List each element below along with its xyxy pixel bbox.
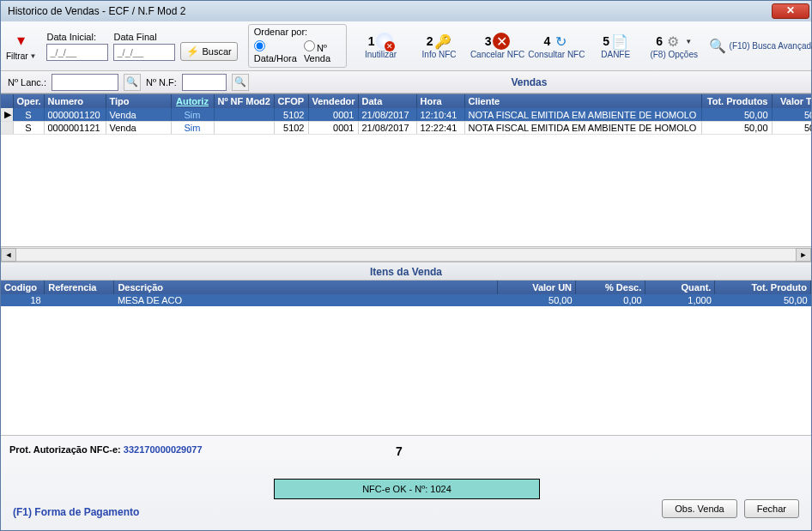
cell-cfop: 5102	[274, 122, 308, 135]
cell-totprod: 50,00	[701, 108, 772, 122]
vendas-title: Vendas	[254, 76, 804, 88]
cell-tipo: Venda	[106, 122, 171, 135]
cell-totprod: 50,00	[701, 122, 772, 135]
nnf-label: Nº N.F:	[146, 77, 177, 87]
fechar-button[interactable]: Fechar	[744, 499, 799, 518]
col-vendedor[interactable]: Vendedor	[308, 94, 358, 108]
dropdown-icon: ▼	[30, 52, 37, 60]
col-nfmod2[interactable]: Nº NF Mod2	[214, 94, 274, 108]
nlanc-label: Nº Lanc.:	[8, 77, 46, 87]
cell-numero: 0000001121	[44, 122, 106, 135]
ordenar-por-group: Ordenar por: Data/Hora Nº Venda	[248, 24, 347, 68]
scroll-right-icon[interactable]: ►	[796, 248, 811, 262]
danfe-label: DANFE	[601, 50, 630, 59]
gear-icon: ⚙	[664, 33, 682, 50]
icol-desc[interactable]: Descrição	[114, 281, 497, 294]
cell-hora: 12:10:41	[416, 108, 464, 122]
col-oper[interactable]: Oper.	[13, 94, 44, 108]
cell-valorun: 50,00	[497, 294, 575, 306]
prot-value: 332170000029077	[124, 444, 203, 455]
cell-nfmod2	[214, 122, 274, 135]
col-numero[interactable]: Numero	[44, 94, 106, 108]
sales-header-row: Oper. Numero Tipo Autoriz Nº NF Mod2 CFO…	[1, 94, 811, 108]
opt-datahora[interactable]: Data/Hora	[254, 40, 297, 63]
items-grid[interactable]: Codigo Referencia Descrição Valor UN % D…	[1, 281, 811, 435]
sales-grid-wrap: Oper. Numero Tipo Autoriz Nº NF Mod2 CFO…	[1, 94, 811, 262]
f1-forma-pagamento[interactable]: (F1) Forma de Pagamento	[13, 506, 139, 518]
table-row[interactable]: S0000001121VendaSim5102000121/08/201712:…	[1, 122, 811, 135]
scroll-left-icon[interactable]: ◄	[1, 248, 16, 262]
icol-codigo[interactable]: Codigo	[1, 281, 45, 294]
cell-oper: S	[13, 108, 44, 122]
inutilizar-button[interactable]: 1✕ Inutilizar	[357, 31, 405, 61]
cell-ref	[45, 294, 114, 306]
col-valortotal[interactable]: Valor Total	[772, 94, 811, 108]
filtrar-label: Filtrar	[6, 51, 28, 61]
cell-valortotal: 50,00	[772, 122, 811, 135]
col-autoriz[interactable]: Autoriz	[171, 94, 214, 108]
filtrar-button[interactable]: ▾ Filtrar ▼	[6, 31, 36, 61]
cell-quant: 1,000	[645, 294, 715, 306]
opcoes-button[interactable]: 6⚙▼ (F8) Opções	[650, 31, 698, 61]
info-nfc-button[interactable]: 2🔑 Info NFC	[415, 31, 464, 61]
table-row[interactable]: ▶S0000001120VendaSim5102000121/08/201712…	[1, 108, 811, 122]
funnel-icon: ▾	[17, 31, 25, 50]
titlebar: Historico de Vendas - ECF / N.F Mod 2 ✕	[1, 1, 811, 21]
icol-pdesc[interactable]: % Desc.	[576, 281, 645, 294]
document-icon: 📄	[611, 33, 628, 50]
inutilizar-label: Inutilizar	[365, 50, 397, 59]
h-scrollbar[interactable]: ◄ ►	[1, 246, 811, 262]
icol-ref[interactable]: Referencia	[45, 281, 114, 294]
counter-seven: 7	[396, 444, 403, 458]
cell-totprod: 50,00	[715, 294, 811, 306]
itens-title: Itens da Venda	[1, 262, 811, 281]
cell-cliente: NOTA FISCAL EMITIDA EM AMBIENTE DE HOMOL…	[464, 108, 701, 122]
nnf-input[interactable]	[182, 74, 227, 91]
cell-data: 21/08/2017	[358, 108, 416, 122]
col-totprod[interactable]: Tot. Produtos	[701, 94, 772, 108]
cell-numero: 0000001120	[44, 108, 106, 122]
col-data[interactable]: Data	[358, 94, 416, 108]
obs-venda-button[interactable]: Obs. Venda	[662, 499, 737, 518]
icol-totprod[interactable]: Tot. Produto	[715, 281, 811, 294]
icol-valorun[interactable]: Valor UN	[497, 281, 575, 294]
dropdown-icon: ▼	[685, 38, 692, 45]
cell-hora: 12:22:41	[416, 122, 464, 135]
doc-remove-icon: ✕	[376, 33, 393, 50]
busca-avancada-label: (F10) Busca Avançada	[730, 41, 812, 51]
cell-codigo: 18	[1, 294, 45, 306]
data-final-input[interactable]	[113, 44, 175, 61]
footer: Prot. Autorização NFC-e: 332170000029077…	[1, 435, 811, 530]
buscar-button[interactable]: ⚡ Buscar	[180, 42, 237, 61]
table-row[interactable]: 18MESA DE ACO50,000,001,00050,00	[1, 294, 811, 306]
nlanc-input[interactable]	[52, 74, 118, 91]
cell-autoriz: Sim	[171, 122, 214, 135]
opt-nvenda[interactable]: Nº Venda	[304, 40, 341, 63]
col-hora[interactable]: Hora	[416, 94, 464, 108]
data-inicial-input[interactable]	[46, 44, 108, 61]
close-button[interactable]: ✕	[772, 3, 809, 19]
cell-pdesc: 0,00	[576, 294, 645, 306]
radio-datahora[interactable]	[254, 40, 265, 51]
nnf-search-icon[interactable]: 🔍	[232, 74, 249, 91]
cancelar-nfc-button[interactable]: 3✕ Cancelar NFC	[474, 31, 522, 61]
consultar-nfc-button[interactable]: 4↻ Consultar NFC	[532, 31, 582, 61]
col-cfop[interactable]: CFOP	[274, 94, 308, 108]
bolt-icon: ⚡	[186, 45, 199, 57]
info-nfc-label: Info NFC	[422, 50, 457, 59]
date-range: Data Inicial: Data Final ⚡ Buscar	[46, 32, 237, 61]
buscar-label: Buscar	[202, 46, 231, 57]
cell-vendedor: 0001	[308, 122, 358, 135]
col-tipo[interactable]: Tipo	[106, 94, 171, 108]
nlanc-search-icon[interactable]: 🔍	[124, 74, 141, 91]
sales-grid[interactable]: Oper. Numero Tipo Autoriz Nº NF Mod2 CFO…	[1, 94, 811, 246]
cell-tipo: Venda	[106, 108, 171, 122]
col-cliente[interactable]: Cliente	[464, 94, 701, 108]
busca-avancada-button[interactable]: 🔍 (F10) Busca Avançada	[718, 36, 806, 57]
ordenar-por-label: Ordenar por:	[254, 27, 341, 37]
radio-nvenda[interactable]	[304, 40, 315, 51]
cell-vendedor: 0001	[308, 108, 358, 122]
icol-quant[interactable]: Quant.	[645, 281, 715, 294]
scroll-track[interactable]	[16, 248, 796, 262]
danfe-button[interactable]: 5📄 DANFE	[591, 31, 639, 61]
